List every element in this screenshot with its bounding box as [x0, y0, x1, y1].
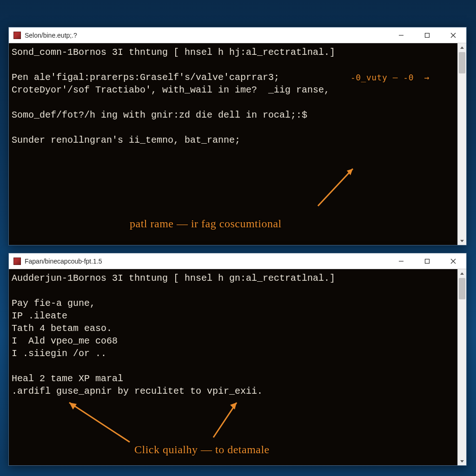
vertical-scrollbar[interactable]	[457, 43, 466, 245]
console-line: Tath 4 betam easo.	[12, 322, 453, 335]
client-area: Audderjun-1Bornos 3I thntung [ hnsel h g…	[9, 269, 466, 465]
console-line: IP .ileate	[12, 310, 453, 322]
scroll-thumb[interactable]	[459, 278, 465, 299]
titlebar[interactable]: Selon/bine.eutp;.?	[9, 27, 466, 43]
console-output[interactable]: Sond_comn-1Bornos 3I thntung [ hnsel h h…	[9, 43, 457, 245]
console-line: Pay fie-a gune,	[12, 297, 453, 310]
svg-rect-6	[425, 259, 430, 263]
window-controls	[388, 253, 466, 269]
maximize-button[interactable]	[414, 253, 440, 269]
console-line: Sond_comn-1Bornos 3I thntung [ hnsel h h…	[12, 46, 453, 59]
svg-line-4	[318, 169, 353, 206]
svg-line-10	[213, 403, 237, 437]
svg-rect-1	[425, 33, 430, 37]
console-line: Somo_def/fot?/h ing with gnir:zd die del…	[12, 109, 453, 121]
app-icon	[13, 258, 21, 265]
annotation-bottom-label: Click quialhy — to detamale	[134, 442, 270, 457]
arrow-right-icon	[199, 396, 251, 442]
scroll-track[interactable]	[458, 52, 466, 236]
scroll-down-button[interactable]	[458, 456, 466, 465]
maximize-button[interactable]	[414, 27, 440, 43]
titlebar[interactable]: Fapan/binecapcoub-fpt.1.5	[9, 253, 466, 269]
console-line: I Ald vpeo_me co68	[12, 335, 453, 347]
window-title: Fapan/binecapcoub-fpt.1.5	[25, 258, 388, 265]
console-line: Audderjun-1Bornos 3I thntung [ hnsel h g…	[12, 272, 453, 284]
minimize-button[interactable]	[388, 27, 414, 43]
scroll-track[interactable]	[458, 278, 466, 456]
window-controls	[388, 27, 466, 43]
vertical-scrollbar[interactable]	[457, 269, 466, 465]
client-area: Sond_comn-1Bornos 3I thntung [ hnsel h h…	[9, 43, 466, 245]
terminal-window-2: Fapan/binecapcoub-fpt.1.5 Audderjun-1Bor…	[8, 253, 467, 466]
window-title: Selon/bine.eutp;.?	[25, 32, 388, 39]
console-line: CroteDyor'/sof Tractiabo', with_wail in …	[12, 84, 453, 96]
svg-line-9	[69, 403, 130, 442]
console-line: I .siiegin /or ..	[12, 347, 453, 360]
console-line	[12, 121, 453, 134]
close-button[interactable]	[440, 27, 466, 43]
arrow-left-icon	[60, 396, 139, 447]
close-button[interactable]	[440, 253, 466, 269]
scroll-down-button[interactable]	[458, 236, 466, 245]
scroll-thumb[interactable]	[459, 52, 465, 73]
terminal-window-1: Selon/bine.eutp;.? Sond_comn-1Bornos 3I …	[8, 27, 467, 245]
arrow-annotation-icon	[309, 159, 364, 215]
app-icon	[13, 32, 21, 39]
console-line: Sunder renollngran's ii_temno, bat_ranne…	[12, 134, 453, 146]
console-line: Pen ale'figal:prarerps:Graself's/valve'c…	[12, 71, 453, 84]
console-output[interactable]: Audderjun-1Bornos 3I thntung [ hnsel h g…	[9, 269, 457, 465]
minimize-button[interactable]	[388, 253, 414, 269]
console-line	[12, 59, 453, 71]
console-line: .ardifl guse_apnir by reculitet to vpir_…	[12, 385, 453, 397]
console-line	[12, 360, 453, 372]
scroll-up-button[interactable]	[458, 43, 466, 52]
annotation-bottom-label: patl rame — ir fag coscumtional	[130, 216, 282, 231]
console-line: Heal 2 tame XP maral	[12, 372, 453, 385]
console-line	[12, 284, 453, 297]
scroll-up-button[interactable]	[458, 269, 466, 278]
console-line	[12, 96, 453, 109]
